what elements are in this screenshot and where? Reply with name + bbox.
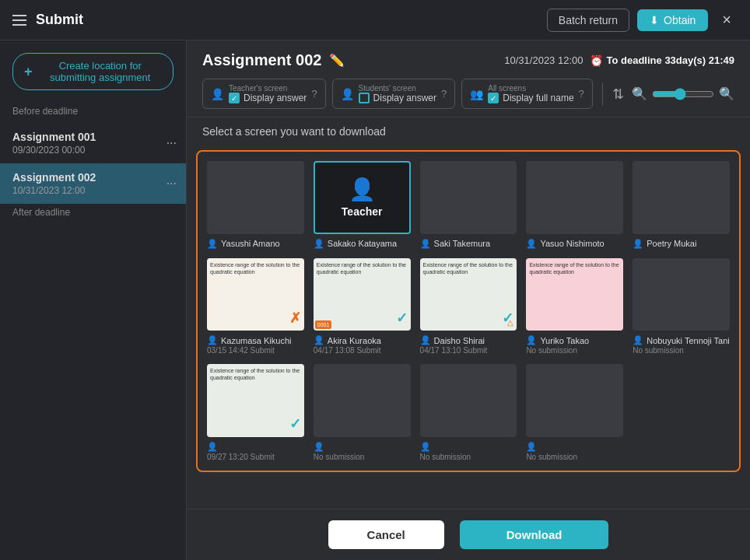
download-button[interactable]: Download: [460, 520, 609, 549]
due-date: 10/31/2023 12:00: [504, 54, 583, 66]
all-screens-display-fullname-label: Display full name: [503, 93, 573, 103]
grid-item[interactable]: 👤 Yasushi Amano: [207, 161, 304, 249]
person-icon: 👤: [314, 442, 324, 452]
footer: Cancel Download: [187, 509, 750, 560]
thumb-poetry: [633, 161, 730, 234]
obtain-button[interactable]: ⬇ Obtain: [637, 9, 708, 31]
thumb-row3-4: [526, 364, 623, 437]
assignment-title-left: Assignment 002 ✏️: [202, 51, 345, 69]
zoom-in-icon[interactable]: 🔍: [719, 86, 734, 101]
teacher-screen-label: Teacher's screen: [229, 84, 307, 93]
create-location-button[interactable]: + Create location for submitting assignm…: [12, 53, 173, 90]
person-icon: 👤: [207, 442, 218, 452]
checkmark-icon: ✗: [289, 310, 301, 327]
teacher-screen-help-icon[interactable]: ?: [311, 88, 317, 100]
after-deadline-label: After deadline: [0, 204, 186, 224]
all-screens-help-icon[interactable]: ?: [579, 88, 584, 100]
thumb-teacher: 👤 Teacher: [314, 161, 411, 234]
all-screens-display-fullname-checkbox[interactable]: ✓: [488, 93, 499, 103]
grid-item[interactable]: 👤 No submission: [526, 364, 623, 461]
person-icon: 👤: [526, 442, 537, 452]
grid-item[interactable]: Existence range of the solution to the q…: [314, 258, 411, 355]
sidebar: + Create location for submitting assignm…: [0, 40, 187, 560]
app-header: Submit Batch return ⬇ Obtain ×: [0, 0, 750, 40]
main-layout: + Create location for submitting assignm…: [0, 40, 750, 560]
before-deadline-label: Before deadline: [0, 103, 186, 123]
plus-icon: +: [24, 64, 33, 80]
batch-return-button[interactable]: Batch return: [547, 9, 629, 32]
teacher-screen-box: 👤 Teacher's screen ✓ Display answer ?: [202, 79, 326, 109]
person-icon: 👤: [207, 335, 218, 345]
assignment-title: Assignment 002: [202, 51, 321, 69]
person-icon: 👤: [526, 239, 537, 249]
grid-item-teacher[interactable]: 👤 Teacher 👤 Sakako Katayama: [314, 161, 411, 249]
divider: [602, 82, 603, 106]
deadline-badge: ⏰ To deadline 33day(s) 21:49: [590, 54, 735, 67]
download-icon: ⬇: [650, 14, 659, 26]
thumb-row3-1: Existence range of the solution to the q…: [207, 364, 304, 437]
thumb-nobuyuki: [633, 258, 730, 331]
menu-icon[interactable]: [12, 15, 26, 26]
thumb-row3-3: [420, 364, 517, 437]
thumb-daisho: Existence range of the solution to the q…: [420, 258, 517, 331]
person-icon: 👤: [633, 335, 643, 345]
grid-item[interactable]: Existence range of the solution to the q…: [207, 364, 304, 461]
students-screen-help-icon[interactable]: ?: [441, 88, 447, 100]
header-right: Batch return ⬇ Obtain ×: [547, 8, 738, 32]
grid-item[interactable]: 👤 Saki Takemura: [420, 161, 517, 249]
all-screens-box: 👥 All screens ✓ Display full name ?: [461, 79, 593, 109]
checkmark-icon: ✓: [289, 415, 301, 433]
assignment-header: Assignment 002 ✏️ 10/31/2023 12:00 ⏰ To …: [187, 40, 750, 117]
close-button[interactable]: ×: [716, 8, 738, 32]
app-title: Submit: [36, 12, 83, 28]
thumb-yasuo: [526, 161, 623, 234]
thumb-kazumasa: Existence range of the solution to the q…: [207, 258, 304, 331]
grid-item[interactable]: 👤 No submission: [314, 364, 411, 461]
sidebar-item-assignment-002[interactable]: Assignment 002 10/31/2023 12:00 ···: [0, 163, 186, 204]
grid-item[interactable]: Existence range of the solution to the q…: [207, 258, 304, 355]
grid-item[interactable]: 👤 No submission: [420, 364, 517, 461]
students-screen-box: 👤 Students' screen Display answer ?: [332, 79, 456, 109]
students-screen-icon: 👤: [341, 88, 354, 100]
students-display-answer-label: Display answer: [373, 93, 436, 103]
assignment-title-row: Assignment 002 ✏️ 10/31/2023 12:00 ⏰ To …: [202, 51, 734, 69]
grid-item[interactable]: 👤 Poetry Mukai: [633, 161, 730, 249]
grid-item[interactable]: 👤 Nobuyuki Tennoji Tani No submission: [633, 258, 730, 355]
person-icon: 👤: [420, 239, 431, 249]
grid-wrapper: 👤 Yasushi Amano 👤 Teacher 👤 Sakako Katay…: [187, 144, 750, 509]
clock-icon: ⏰: [590, 54, 603, 67]
grid-item[interactable]: Existence range of the solution to the q…: [526, 258, 623, 355]
zoom-slider[interactable]: [652, 88, 714, 100]
thumb-yuriko: Existence range of the solution to the q…: [526, 258, 623, 331]
screen-controls: 👤 Teacher's screen ✓ Display answer ? 👤: [202, 79, 734, 109]
person-icon: 👤: [207, 239, 218, 249]
all-screens-label: All screens: [488, 84, 573, 93]
teacher-display-answer-label: Display answer: [244, 93, 307, 103]
header-left: Submit: [12, 12, 83, 28]
zoom-out-icon[interactable]: 🔍: [632, 86, 647, 101]
edit-icon[interactable]: ✏️: [329, 53, 345, 68]
sort-icon[interactable]: ⇅: [612, 86, 624, 103]
selection-text: Select a screen you want to download: [187, 117, 750, 144]
grid-item[interactable]: Existence range of the solution to the q…: [420, 258, 517, 355]
all-screens-icon: 👥: [470, 88, 483, 100]
students-display-answer-checkbox[interactable]: [359, 93, 370, 103]
teacher-display-answer-checkbox[interactable]: ✓: [229, 93, 240, 103]
zoom-control: 🔍 🔍: [632, 86, 734, 101]
assignment-meta: 10/31/2023 12:00 ⏰ To deadline 33day(s) …: [504, 54, 734, 67]
screen-grid: 👤 Yasushi Amano 👤 Teacher 👤 Sakako Katay…: [196, 150, 741, 472]
content-area: Assignment 002 ✏️ 10/31/2023 12:00 ⏰ To …: [187, 40, 750, 560]
thumb-akira: Existence range of the solution to the q…: [314, 258, 411, 331]
cancel-button[interactable]: Cancel: [328, 520, 444, 549]
grid-item[interactable]: 👤 Yasuo Nishimoto: [526, 161, 623, 249]
person-icon: 👤: [420, 335, 431, 345]
person-icon: 👤: [633, 239, 643, 249]
sidebar-item-assignment-001[interactable]: Assignment 001 09/30/2023 00:00 ···: [0, 123, 186, 163]
person-icon: 👤: [526, 335, 537, 345]
assignment-002-menu-icon[interactable]: ···: [166, 177, 177, 191]
assignment-001-menu-icon[interactable]: ···: [166, 136, 177, 150]
thumb-yasushi: [207, 161, 304, 234]
students-screen-label: Students' screen: [359, 84, 436, 93]
person-icon: 👤: [420, 442, 431, 452]
teacher-avatar-icon: 👤: [349, 177, 376, 202]
